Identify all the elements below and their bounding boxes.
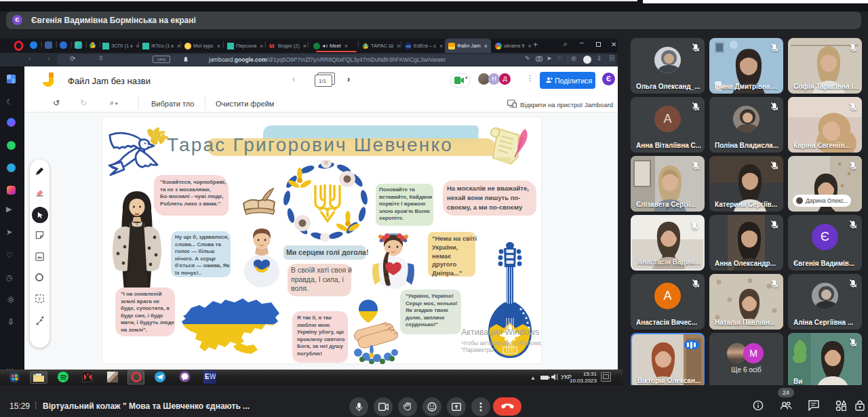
- svg-text:T: T: [38, 296, 41, 302]
